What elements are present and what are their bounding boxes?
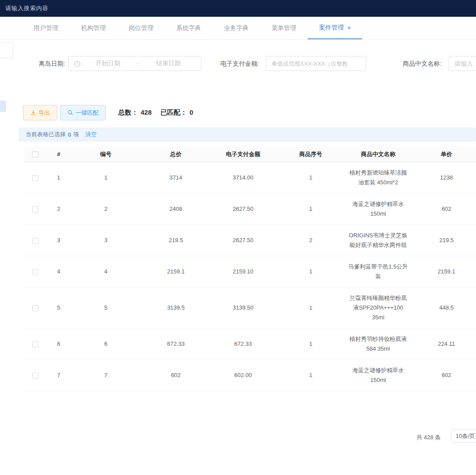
- download-icon: [30, 110, 36, 116]
- cell-code: 4: [71, 267, 141, 277]
- cell-epay: 2159.10: [211, 267, 275, 277]
- page-size-select[interactable]: 10条/页: [451, 430, 476, 443]
- table-row: 7 7 602 602.00 1 海蓝之谜修护精萃水 150ml 602: [24, 360, 476, 391]
- table-row: 6 6 672.33 672.33 1 植村秀羽纱持妆粉底液 584 35ml …: [24, 329, 476, 360]
- cell-seq: 1: [275, 173, 346, 183]
- cell-seq: 2: [275, 236, 346, 245]
- tab-org-mgmt[interactable]: 机构管理: [70, 17, 117, 39]
- clipped-left-strip: [0, 101, 6, 112]
- cell-name: 卡诗菁纯亮泽经典香氛: [346, 397, 410, 398]
- cell-name: 海蓝之谜修护精萃水 150ml: [346, 199, 410, 219]
- table-row: 1 1 3714 3714.00 1 植村秀新琥珀臻萃洁颜油套装 450ml*2…: [24, 162, 476, 194]
- cell-index: 6: [46, 339, 71, 349]
- table-row: 2 2 2408 2627.50 1 海蓝之谜修护精萃水 150ml 602: [24, 194, 476, 225]
- tab-label: 用户管理: [33, 24, 58, 32]
- tab-label: 岗位管理: [129, 24, 153, 32]
- tab-label: 业务字典: [224, 24, 249, 32]
- tab-menu-mgmt[interactable]: 菜单管理: [260, 17, 308, 39]
- pagination-total: 共 428 条: [416, 434, 441, 441]
- end-date-placeholder: 结束日期: [141, 60, 196, 67]
- table-row: 3 3 219.5 2627.50 2 ORIGINS韦博士灵芝焕能好底子精华水…: [24, 225, 476, 256]
- one-click-match-button[interactable]: 一键匹配: [60, 105, 106, 120]
- selection-alert: 当前表格已选择 0 项 清空: [19, 127, 476, 142]
- cell-total: 3714: [141, 173, 211, 183]
- select-all-checkbox[interactable]: [32, 151, 38, 157]
- cell-name: 海蓝之谜修护精萃水 150ml: [346, 366, 410, 385]
- cell-epay: 3139.50: [211, 303, 275, 313]
- cell-total: 602: [141, 370, 211, 380]
- cell-total: 1399.47: [141, 397, 211, 398]
- tab-label: 案件管理: [319, 24, 344, 32]
- epay-amount-label: 电子支付金额:: [220, 60, 259, 68]
- product-name-input[interactable]: [449, 56, 476, 71]
- export-button-label: 导出: [39, 109, 50, 117]
- cell-seq: 1: [275, 370, 346, 380]
- global-search-input[interactable]: 请输入搜索内容: [5, 4, 48, 12]
- cell-index: 2: [46, 204, 71, 214]
- tab-system-dict[interactable]: 系统字典: [165, 17, 212, 39]
- tab-bar: 用户管理 机构管理 岗位管理 系统字典 业务字典 菜单管理 案件管理 ×: [0, 17, 476, 40]
- table-row: 4 4 2159.1 2159.10 1 马爹利蓝带干邑1.5公升装 2159.…: [24, 256, 476, 288]
- cell-unit: 602: [410, 370, 476, 380]
- tab-label: 机构管理: [81, 24, 106, 32]
- search-icon: [67, 110, 73, 116]
- row-checkbox[interactable]: [32, 341, 38, 348]
- cell-seq: 1: [275, 303, 346, 313]
- top-navbar: 请输入搜索内容: [0, 0, 476, 17]
- date-separator: -: [135, 60, 141, 67]
- selection-item-word: 项: [73, 131, 79, 138]
- cell-name: 马爹利蓝带干邑1.5公升装: [346, 262, 410, 281]
- matched-label: 已匹配：: [160, 108, 187, 117]
- start-date-placeholder: 开始日期: [81, 60, 135, 67]
- col-header-code: 编号: [71, 150, 141, 158]
- cell-epay: 672.33: [211, 339, 275, 349]
- cell-unit: 1238: [410, 173, 476, 183]
- cell-total: 2159.1: [141, 267, 211, 277]
- row-checkbox[interactable]: [32, 238, 38, 244]
- tab-label: 系统字典: [176, 24, 201, 32]
- cell-index: 7: [46, 370, 71, 380]
- col-header-epay: 电子支付金额: [211, 150, 275, 158]
- tab-case-mgmt[interactable]: 案件管理 ×: [308, 17, 362, 39]
- selection-count: 0: [68, 131, 71, 138]
- row-checkbox[interactable]: [32, 269, 38, 275]
- epay-amount-input[interactable]: [266, 56, 366, 71]
- cell-code: 3: [71, 236, 141, 245]
- clock-icon: [74, 60, 81, 67]
- cell-code: 8: [71, 397, 141, 398]
- row-checkbox[interactable]: [32, 305, 38, 311]
- date-range-picker[interactable]: 开始日期 - 结束日期: [68, 56, 201, 71]
- export-button[interactable]: 导出: [23, 105, 57, 120]
- clear-selection-link[interactable]: 清空: [85, 131, 97, 138]
- cell-total: 219.5: [141, 236, 211, 245]
- cell-name: 兰蔻菁纯臻颜精华粉底液SPF20PA+++100 35ml: [346, 293, 410, 322]
- col-header-total: 总价: [141, 150, 211, 158]
- date-filter-label: 离岛日期:: [39, 60, 65, 68]
- cell-unit: 602: [410, 204, 476, 214]
- row-checkbox[interactable]: [32, 206, 38, 213]
- cell-unit: 219.5: [410, 236, 476, 245]
- match-stats: 总数： 428 已匹配： 0: [118, 108, 193, 117]
- tab-user-mgmt[interactable]: 用户管理: [22, 17, 70, 39]
- row-checkbox[interactable]: [32, 175, 38, 181]
- table-row: 5 5 3139.5 3139.50 1 兰蔻菁纯臻颜精华粉底液SPF20PA+…: [24, 288, 476, 329]
- cell-name: 植村秀羽纱持妆粉底液 584 35ml: [346, 334, 410, 354]
- clipped-left-card: [0, 42, 13, 58]
- tab-business-dict[interactable]: 业务字典: [212, 17, 260, 39]
- cell-epay: 1399.47: [211, 397, 275, 398]
- col-header-index: #: [46, 151, 71, 157]
- tab-post-mgmt[interactable]: 岗位管理: [117, 17, 165, 39]
- cell-seq: 1: [275, 267, 346, 277]
- cell-epay: 3714.00: [211, 173, 275, 183]
- cell-seq: 1: [275, 339, 346, 349]
- cell-epay: 602.00: [211, 370, 275, 380]
- table-header-row: # 编号 总价 电子支付金额 商品序号 商品中文名称 单价: [24, 146, 476, 162]
- matched-value: 0: [190, 108, 193, 117]
- row-checkbox[interactable]: [32, 373, 38, 379]
- product-name-label: 商品中文名称:: [403, 60, 442, 68]
- close-icon[interactable]: ×: [347, 25, 351, 31]
- cell-unit: 448.5: [410, 303, 476, 313]
- cell-total: 3139.5: [141, 303, 211, 313]
- cell-seq: 1: [275, 204, 346, 214]
- cell-unit: 2159.1: [410, 267, 476, 277]
